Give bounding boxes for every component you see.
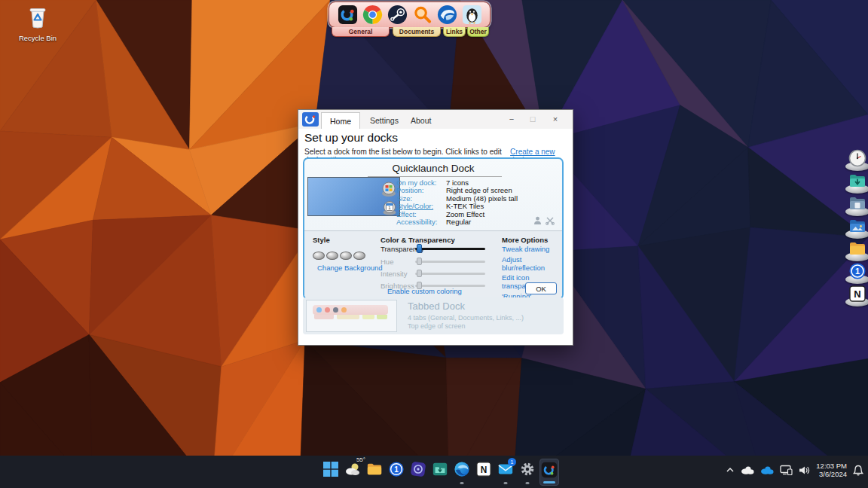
quicklaunch-dock-panel[interactable]: Quicklaunch Dock 1 On my doc (303, 157, 564, 300)
desktop: Recycle Bin (0, 0, 868, 488)
weather-widget[interactable]: 55° (343, 459, 362, 486)
change-background-link[interactable]: Change Background (317, 264, 383, 272)
tray-time: 12:03 PM (816, 462, 847, 470)
dock-tab-other[interactable]: Other (467, 27, 489, 37)
prop-row: Accessibility:Regular (396, 218, 547, 227)
person-icon[interactable] (533, 216, 542, 225)
prop-row: Effect:Zoom Effect (396, 210, 547, 218)
tab-home[interactable]: Home (321, 112, 360, 129)
dock-tab-links[interactable]: Links (443, 27, 466, 37)
style-presets (313, 252, 365, 260)
objectdock-logo-icon[interactable] (338, 5, 358, 25)
cloud-blue-icon[interactable] (760, 465, 774, 474)
settings-gear-icon (519, 461, 536, 477)
svg-text:N: N (481, 465, 487, 475)
tab-about[interactable]: About (402, 112, 439, 129)
documents-folder-icon (848, 194, 866, 212)
onepassword-icon: 1 (388, 461, 405, 477)
dock-tab-general[interactable]: General (332, 27, 390, 37)
bell-icon[interactable] (853, 465, 863, 476)
tabbed-dock-title: Tabbed Dock (408, 300, 465, 312)
dock-item-clock[interactable] (843, 149, 868, 171)
tweak-drawing-link[interactable]: Tweak drawing (502, 245, 562, 253)
style-section: Style Change Background Color & Transpar… (304, 231, 562, 298)
weather-icon (344, 461, 361, 477)
active-indicator (543, 481, 555, 483)
tab-settings[interactable]: Settings (362, 112, 407, 129)
thunderbird-icon[interactable] (437, 5, 457, 25)
dock-preview-thumbnail: 1 (307, 177, 400, 216)
recycle-bin-label: Recycle Bin (18, 34, 57, 42)
clock-icon (848, 149, 866, 167)
recycle-bin-icon (25, 5, 50, 30)
more-options-header: More Options (502, 236, 548, 244)
scissors-icon[interactable] (546, 216, 555, 225)
chrome-icon[interactable] (362, 5, 383, 25)
taskbar-notion[interactable]: N (474, 459, 494, 486)
dock-tab-documents[interactable]: Documents (393, 27, 441, 37)
downloads-app-icon (432, 461, 448, 477)
downloads-folder-icon (848, 172, 866, 190)
start-button[interactable] (321, 459, 341, 486)
cast-screen-icon[interactable] (780, 465, 793, 475)
chevron-up-icon[interactable] (726, 466, 735, 474)
dock-item-folder[interactable] (843, 239, 868, 261)
speaker-icon[interactable] (799, 465, 810, 475)
ok-button[interactable]: OK (525, 282, 557, 294)
cloud-white-icon[interactable] (741, 465, 754, 474)
style-preset-tile[interactable] (340, 252, 352, 260)
minimize-button[interactable]: − (503, 112, 520, 126)
svg-text:N: N (854, 288, 860, 300)
dock-item-pictures[interactable] (843, 217, 868, 239)
taskbar-1password[interactable]: 1 (387, 459, 406, 486)
transparency-slider[interactable]: Transparency (381, 244, 485, 253)
page-title: Set up your docks (304, 131, 398, 145)
prop-row: Size:Medium (48) pixels tall (396, 194, 547, 203)
objectdock-icon (541, 462, 558, 478)
window-titlebar: Home Settings About − □ × (298, 110, 573, 129)
style-preset-tile[interactable] (313, 252, 325, 260)
recycle-bin[interactable]: Recycle Bin (18, 5, 57, 42)
pictures-folder-icon (848, 217, 866, 235)
adjust-blur-link[interactable]: Adjust blur/reflection (502, 255, 562, 272)
tabbed-dock-thumbnail (306, 300, 397, 332)
tray-date: 3/6/2024 (816, 470, 847, 478)
dock-item-documents[interactable] (843, 194, 868, 216)
windows-tile-icon (381, 181, 397, 197)
taskbar-file-explorer[interactable] (365, 459, 384, 486)
onepassword-icon: 1 (848, 262, 866, 280)
app-logo-icon (302, 112, 319, 127)
style-color-link[interactable]: Style/Color: (396, 202, 446, 210)
style-header: Style (313, 236, 330, 244)
taskbar-objectdock[interactable] (539, 459, 559, 486)
running-indicator (460, 482, 464, 484)
dock-item-1password[interactable]: 1 (843, 262, 868, 284)
slider-handle[interactable] (417, 244, 422, 253)
svg-text:1: 1 (394, 465, 399, 474)
dock-panel-title: Quicklaunch Dock (304, 163, 562, 174)
running-indicator (526, 482, 530, 484)
enable-custom-coloring-link[interactable]: Enable custom coloring (387, 287, 462, 295)
color-transparency-header: Color & Transparency (381, 236, 455, 244)
dock-item-notion[interactable]: N (843, 285, 868, 307)
tray-clock[interactable]: 12:03 PM 3/6/2024 (816, 462, 847, 478)
close-button[interactable]: × (547, 112, 564, 126)
taskbar-edge[interactable] (452, 459, 472, 486)
steam-icon[interactable] (387, 5, 408, 25)
style-preset-tile[interactable] (353, 252, 365, 260)
taskbar-media-app[interactable] (408, 459, 428, 486)
edge-icon (454, 461, 470, 477)
calendar-tile-icon: 1 (382, 199, 397, 215)
taskbar-mail[interactable]: 1 (496, 459, 515, 486)
style-preset-tile[interactable] (326, 252, 338, 260)
taskbar: 55° 1 (0, 456, 868, 488)
hue-slider: Hue (381, 257, 485, 266)
quicklaunch-dock: 1 N (843, 149, 868, 307)
tabbed-dock-panel[interactable]: Tabbed Dock 4 tabs (General, Documents, … (303, 297, 564, 334)
taskbar-downloads-app[interactable] (430, 459, 450, 486)
maximize-button[interactable]: □ (524, 112, 541, 126)
penguin-icon[interactable] (462, 5, 482, 25)
taskbar-settings[interactable] (518, 459, 537, 486)
dock-item-downloads[interactable] (843, 172, 868, 194)
search-icon[interactable] (412, 5, 432, 25)
